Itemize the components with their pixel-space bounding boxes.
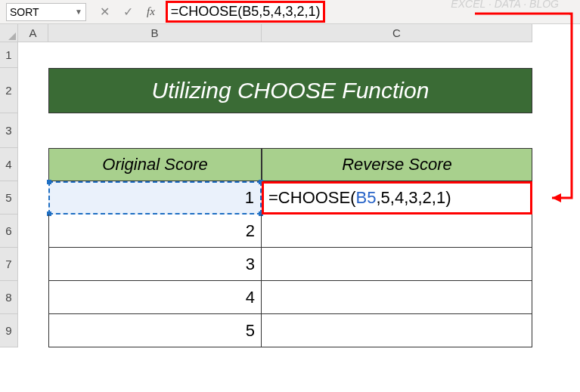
header-original-score[interactable]: Original Score <box>48 148 262 181</box>
chevron-down-icon[interactable]: ▼ <box>75 8 82 16</box>
col-header-b[interactable]: B <box>48 24 262 42</box>
cell-c5[interactable]: =CHOOSE(B5,5,4,3,2,1) <box>262 181 532 215</box>
row-header-9[interactable]: 9 <box>0 314 18 347</box>
cell-b9[interactable]: 5 <box>48 314 262 347</box>
row-header-6[interactable]: 6 <box>0 215 18 248</box>
col-header-a[interactable]: A <box>18 24 48 42</box>
cell-c9[interactable] <box>262 314 532 347</box>
row-header-8[interactable]: 8 <box>0 281 18 314</box>
row-header-1[interactable]: 1 <box>0 42 18 68</box>
svg-marker-0 <box>552 193 561 202</box>
cell-b6[interactable]: 2 <box>48 215 262 248</box>
cell-b7[interactable]: 3 <box>48 248 262 281</box>
cell-c5-formula: =CHOOSE(B5,5,4,3,2,1) <box>268 188 451 208</box>
header-reverse-score[interactable]: Reverse Score <box>262 148 532 181</box>
selection-handle-icon <box>47 180 51 184</box>
row-header-2[interactable]: 2 <box>0 68 18 113</box>
cell-b5-value: 1 <box>245 188 254 208</box>
row-header-5[interactable]: 5 <box>0 181 18 215</box>
col-header-c[interactable]: C <box>262 24 532 42</box>
fx-icon[interactable]: fx <box>147 5 155 18</box>
cancel-icon[interactable]: ✕ <box>100 5 110 19</box>
select-all-corner[interactable] <box>0 24 18 42</box>
cell-c7[interactable] <box>262 248 532 281</box>
confirm-icon[interactable]: ✓ <box>123 5 133 19</box>
row-header-3[interactable]: 3 <box>0 113 18 148</box>
formula-text: =CHOOSE(B5,5,4,3,2,1) <box>166 1 326 23</box>
cell-c8[interactable] <box>262 281 532 314</box>
expand-formula-bar-icon[interactable]: ⌄ <box>566 7 574 17</box>
cell-c6[interactable] <box>262 215 532 248</box>
cell-b8[interactable]: 4 <box>48 281 262 314</box>
row-header-4[interactable]: 4 <box>0 148 18 181</box>
name-box-value: SORT <box>10 6 39 18</box>
watermark: exceldemy EXCEL · DATA · BLOG <box>451 0 559 11</box>
watermark-tag: EXCEL · DATA · BLOG <box>451 0 559 11</box>
name-box[interactable]: SORT ▼ <box>6 3 86 21</box>
row-header-7[interactable]: 7 <box>0 248 18 281</box>
cell-b5[interactable]: 1 <box>48 181 262 215</box>
title-cell[interactable]: Utilizing CHOOSE Function <box>48 68 532 113</box>
